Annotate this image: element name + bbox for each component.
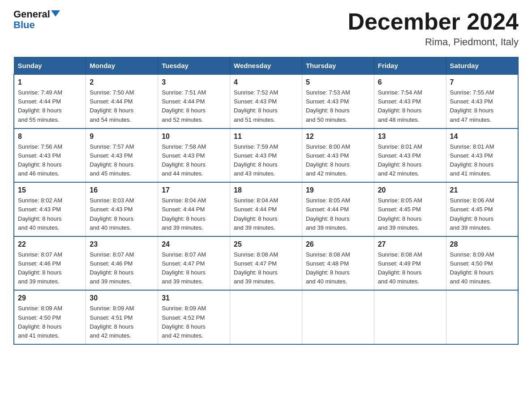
calendar-cell: 1Sunrise: 7:49 AMSunset: 4:44 PMDaylight… [14, 74, 86, 128]
calendar-cell: 30Sunrise: 8:09 AMSunset: 4:51 PMDayligh… [86, 290, 158, 344]
day-info: Sunrise: 8:05 AMSunset: 4:44 PMDaylight:… [306, 196, 370, 232]
header-sunday: Sunday [14, 57, 86, 75]
page-header: General Blue December 2024 Rima, Piedmon… [13, 9, 519, 48]
day-number: 15 [18, 186, 82, 194]
calendar-week-1: 1Sunrise: 7:49 AMSunset: 4:44 PMDaylight… [14, 74, 518, 128]
day-number: 1 [18, 78, 82, 86]
calendar-cell: 19Sunrise: 8:05 AMSunset: 4:44 PMDayligh… [302, 182, 374, 236]
calendar-cell: 3Sunrise: 7:51 AMSunset: 4:44 PMDaylight… [158, 74, 230, 128]
day-number: 30 [90, 294, 154, 302]
calendar-cell: 14Sunrise: 8:01 AMSunset: 4:43 PMDayligh… [446, 128, 518, 183]
day-number: 8 [18, 133, 82, 141]
day-info: Sunrise: 8:06 AMSunset: 4:45 PMDaylight:… [450, 196, 514, 232]
header-friday: Friday [374, 57, 446, 75]
day-info: Sunrise: 8:01 AMSunset: 4:43 PMDaylight:… [450, 142, 514, 179]
day-number: 23 [90, 240, 154, 248]
day-info: Sunrise: 8:01 AMSunset: 4:43 PMDaylight:… [378, 142, 442, 179]
day-number: 14 [450, 133, 514, 141]
day-number: 31 [162, 294, 226, 302]
calendar-cell [374, 290, 446, 344]
day-info: Sunrise: 8:02 AMSunset: 4:43 PMDaylight:… [18, 196, 82, 232]
calendar-cell [302, 290, 374, 344]
calendar-header-row: SundayMondayTuesdayWednesdayThursdayFrid… [14, 57, 518, 75]
day-info: Sunrise: 7:51 AMSunset: 4:44 PMDaylight:… [162, 88, 226, 124]
day-number: 17 [162, 186, 226, 194]
header-saturday: Saturday [446, 57, 518, 75]
day-number: 26 [306, 240, 370, 248]
day-number: 21 [450, 186, 514, 194]
calendar-cell: 23Sunrise: 8:07 AMSunset: 4:46 PMDayligh… [86, 236, 158, 291]
calendar-cell: 10Sunrise: 7:58 AMSunset: 4:43 PMDayligh… [158, 128, 230, 183]
day-info: Sunrise: 8:07 AMSunset: 4:46 PMDaylight:… [18, 250, 82, 287]
calendar-cell: 11Sunrise: 7:59 AMSunset: 4:43 PMDayligh… [230, 128, 302, 183]
calendar-week-2: 8Sunrise: 7:56 AMSunset: 4:43 PMDaylight… [14, 128, 518, 183]
day-info: Sunrise: 8:00 AMSunset: 4:43 PMDaylight:… [306, 142, 370, 179]
calendar-cell: 25Sunrise: 8:08 AMSunset: 4:47 PMDayligh… [230, 236, 302, 291]
day-number: 18 [234, 186, 298, 194]
calendar-cell: 18Sunrise: 8:04 AMSunset: 4:44 PMDayligh… [230, 182, 302, 236]
day-number: 28 [450, 240, 514, 248]
logo-triangle-icon [51, 10, 60, 17]
day-number: 5 [306, 78, 370, 86]
calendar-cell: 24Sunrise: 8:07 AMSunset: 4:47 PMDayligh… [158, 236, 230, 291]
calendar-cell: 7Sunrise: 7:55 AMSunset: 4:43 PMDaylight… [446, 74, 518, 128]
day-info: Sunrise: 8:03 AMSunset: 4:43 PMDaylight:… [90, 196, 154, 232]
day-info: Sunrise: 8:09 AMSunset: 4:50 PMDaylight:… [450, 250, 514, 287]
header-tuesday: Tuesday [158, 57, 230, 75]
calendar-cell: 6Sunrise: 7:54 AMSunset: 4:43 PMDaylight… [374, 74, 446, 128]
calendar-cell: 15Sunrise: 8:02 AMSunset: 4:43 PMDayligh… [14, 182, 86, 236]
day-info: Sunrise: 7:54 AMSunset: 4:43 PMDaylight:… [378, 88, 442, 124]
calendar-title: December 2024 [348, 9, 519, 34]
calendar-cell [446, 290, 518, 344]
calendar-cell: 16Sunrise: 8:03 AMSunset: 4:43 PMDayligh… [86, 182, 158, 236]
header-monday: Monday [86, 57, 158, 75]
header-thursday: Thursday [302, 57, 374, 75]
day-number: 4 [234, 78, 298, 86]
day-info: Sunrise: 8:09 AMSunset: 4:52 PMDaylight:… [162, 304, 226, 340]
calendar-week-5: 29Sunrise: 8:09 AMSunset: 4:50 PMDayligh… [14, 290, 518, 344]
day-number: 6 [378, 78, 442, 86]
day-number: 20 [378, 186, 442, 194]
day-info: Sunrise: 7:58 AMSunset: 4:43 PMDaylight:… [162, 142, 226, 179]
day-number: 22 [18, 240, 82, 248]
day-number: 7 [450, 78, 514, 86]
calendar-cell: 26Sunrise: 8:08 AMSunset: 4:48 PMDayligh… [302, 236, 374, 291]
calendar-cell: 17Sunrise: 8:04 AMSunset: 4:44 PMDayligh… [158, 182, 230, 236]
day-info: Sunrise: 7:50 AMSunset: 4:44 PMDaylight:… [90, 88, 154, 124]
day-info: Sunrise: 8:05 AMSunset: 4:45 PMDaylight:… [378, 196, 442, 232]
header-wednesday: Wednesday [230, 57, 302, 75]
day-info: Sunrise: 8:08 AMSunset: 4:48 PMDaylight:… [306, 250, 370, 287]
calendar-cell: 8Sunrise: 7:56 AMSunset: 4:43 PMDaylight… [14, 128, 86, 183]
calendar-table: SundayMondayTuesdayWednesdayThursdayFrid… [13, 57, 519, 345]
calendar-cell: 21Sunrise: 8:06 AMSunset: 4:45 PMDayligh… [446, 182, 518, 236]
calendar-cell: 2Sunrise: 7:50 AMSunset: 4:44 PMDaylight… [86, 74, 158, 128]
day-number: 25 [234, 240, 298, 248]
day-info: Sunrise: 7:55 AMSunset: 4:43 PMDaylight:… [450, 88, 514, 124]
calendar-cell: 20Sunrise: 8:05 AMSunset: 4:45 PMDayligh… [374, 182, 446, 236]
day-info: Sunrise: 8:07 AMSunset: 4:47 PMDaylight:… [162, 250, 226, 287]
day-info: Sunrise: 7:59 AMSunset: 4:43 PMDaylight:… [234, 142, 298, 179]
day-info: Sunrise: 7:56 AMSunset: 4:43 PMDaylight:… [18, 142, 82, 179]
day-info: Sunrise: 8:04 AMSunset: 4:44 PMDaylight:… [234, 196, 298, 232]
day-info: Sunrise: 7:49 AMSunset: 4:44 PMDaylight:… [18, 88, 82, 124]
calendar-cell: 28Sunrise: 8:09 AMSunset: 4:50 PMDayligh… [446, 236, 518, 291]
calendar-cell: 13Sunrise: 8:01 AMSunset: 4:43 PMDayligh… [374, 128, 446, 183]
day-info: Sunrise: 7:57 AMSunset: 4:43 PMDaylight:… [90, 142, 154, 179]
day-number: 9 [90, 133, 154, 141]
day-info: Sunrise: 8:08 AMSunset: 4:49 PMDaylight:… [378, 250, 442, 287]
day-number: 13 [378, 133, 442, 141]
calendar-cell: 27Sunrise: 8:08 AMSunset: 4:49 PMDayligh… [374, 236, 446, 291]
day-info: Sunrise: 8:09 AMSunset: 4:51 PMDaylight:… [90, 304, 154, 340]
day-number: 27 [378, 240, 442, 248]
day-info: Sunrise: 8:08 AMSunset: 4:47 PMDaylight:… [234, 250, 298, 287]
day-number: 12 [306, 133, 370, 141]
calendar-cell: 31Sunrise: 8:09 AMSunset: 4:52 PMDayligh… [158, 290, 230, 344]
calendar-cell: 5Sunrise: 7:53 AMSunset: 4:43 PMDaylight… [302, 74, 374, 128]
calendar-cell: 9Sunrise: 7:57 AMSunset: 4:43 PMDaylight… [86, 128, 158, 183]
logo-general-text: General [13, 9, 50, 20]
logo-blue-text: Blue [13, 20, 60, 30]
day-number: 19 [306, 186, 370, 194]
day-number: 16 [90, 186, 154, 194]
calendar-week-3: 15Sunrise: 8:02 AMSunset: 4:43 PMDayligh… [14, 182, 518, 236]
calendar-week-4: 22Sunrise: 8:07 AMSunset: 4:46 PMDayligh… [14, 236, 518, 291]
